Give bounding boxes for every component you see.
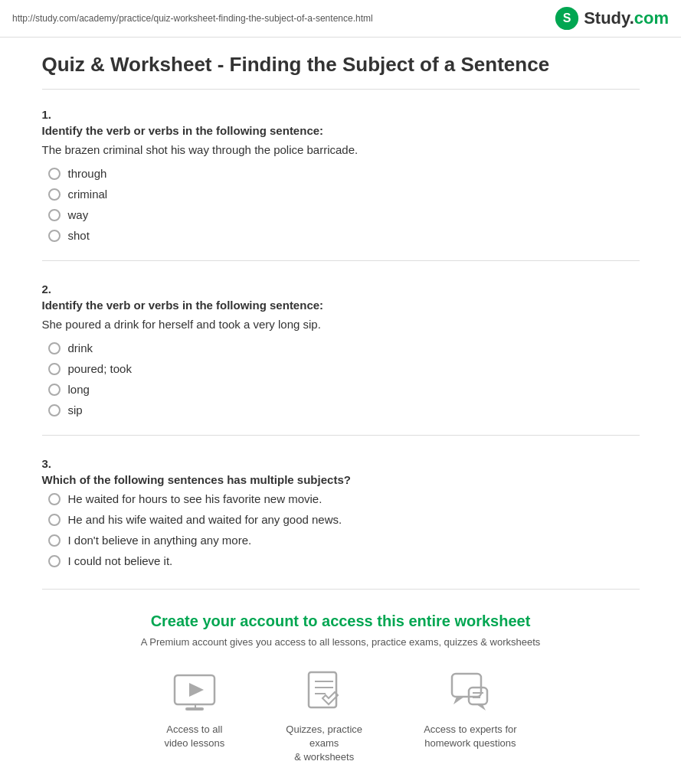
svg-text:S: S [563,11,571,24]
radio-3-4[interactable] [48,555,61,567]
option-label-2-1: drink [68,341,93,354]
question-divider [42,435,640,436]
question-3-options: He waited for hours to see his favorite … [42,492,640,567]
feature-chat-label: Access to experts forhomework questions [424,723,516,750]
question-2-sentence: She poured a drink for herself and took … [42,318,640,331]
svg-rect-6 [309,672,336,707]
cta-subtitle: A Premium account gives you access to al… [57,636,624,648]
question-2-option-4[interactable]: sip [48,403,640,416]
main-content: Quiz & Worksheet - Finding the Subject o… [11,38,670,784]
question-2-number: 2. [42,283,640,296]
header: http://study.com/academy/practice/quiz-w… [0,0,681,38]
radio-3-3[interactable] [48,534,61,547]
question-1-option-2[interactable]: criminal [48,188,640,201]
question-2-options: drinkpoured; tooklongsip [42,341,640,416]
quiz-icon [301,669,347,715]
svg-rect-4 [185,707,204,710]
studycom-logo-icon: S [555,6,579,31]
feature-quiz-label: Quizzes, practice exams& worksheets [270,723,378,765]
radio-1-3[interactable] [48,209,61,221]
features-row: Access to allvideo lessons Quizzes, prac… [57,669,624,765]
question-3-number: 3. [42,457,640,470]
question-1-option-3[interactable]: way [48,208,640,221]
radio-2-4[interactable] [48,404,61,416]
question-3-option-3[interactable]: I don't believe in anything any more. [48,534,640,547]
question-3-option-1[interactable]: He waited for hours to see his favorite … [48,492,640,505]
video-icon [172,669,218,715]
logo-text: Study.com [584,8,669,28]
feature-video-label: Access to allvideo lessons [164,723,224,750]
question-1-option-4[interactable]: shot [48,229,640,242]
svg-marker-3 [189,683,204,697]
question-1-option-1[interactable]: through [48,167,640,180]
option-label-3-3: I don't believe in anything any more. [68,534,252,547]
option-label-2-2: poured; took [68,362,132,375]
url-display: http://study.com/academy/practice/quiz-w… [12,13,373,24]
option-label-1-1: through [68,167,107,180]
option-label-3-2: He and his wife waited and waited for an… [68,513,342,526]
page-title: Quiz & Worksheet - Finding the Subject o… [42,53,640,90]
option-label-3-4: I could not believe it. [68,554,173,567]
option-label-1-3: way [68,208,89,221]
question-3-option-4[interactable]: I could not believe it. [48,554,640,567]
cta-section: Create your account to access this entir… [42,589,640,784]
questions-container: 1.Identify the verb or verbs in the foll… [42,108,640,567]
question-1-sentence: The brazen criminal shot his way through… [42,143,640,156]
option-label-2-4: sip [68,403,83,416]
question-2-option-3[interactable]: long [48,383,640,396]
option-label-3-1: He waited for hours to see his favorite … [68,492,322,505]
radio-2-2[interactable] [48,363,61,375]
question-2: 2.Identify the verb or verbs in the foll… [42,283,640,436]
radio-1-2[interactable] [48,188,61,201]
question-divider [42,260,640,261]
option-label-1-2: criminal [68,188,108,201]
question-1: 1.Identify the verb or verbs in the foll… [42,108,640,261]
question-2-option-1[interactable]: drink [48,341,640,354]
question-2-option-2[interactable]: poured; took [48,362,640,375]
radio-3-1[interactable] [48,493,61,505]
feature-quiz: Quizzes, practice exams& worksheets [270,669,378,765]
radio-3-2[interactable] [48,514,61,526]
feature-chat: Access to experts forhomework questions [424,669,516,765]
question-3: 3.Which of the following sentences has m… [42,457,640,567]
radio-1-4[interactable] [48,230,61,242]
option-label-2-3: long [68,383,90,396]
radio-1-1[interactable] [48,168,61,180]
question-1-options: throughcriminalwayshot [42,167,640,242]
question-3-option-2[interactable]: He and his wife waited and waited for an… [48,513,640,526]
question-1-prompt: Identify the verb or verbs in the follow… [42,124,640,137]
chat-icon [447,669,493,715]
question-1-number: 1. [42,108,640,121]
option-label-1-4: shot [68,229,90,242]
radio-2-3[interactable] [48,384,61,396]
svg-marker-11 [453,697,464,704]
question-2-prompt: Identify the verb or verbs in the follow… [42,299,640,312]
question-3-prompt: Which of the following sentences has mul… [42,473,640,486]
cta-title: Create your account to access this entir… [57,612,624,630]
radio-2-1[interactable] [48,342,61,354]
svg-rect-5 [195,704,196,707]
feature-video: Access to allvideo lessons [164,669,224,765]
logo: S Study.com [555,6,669,31]
